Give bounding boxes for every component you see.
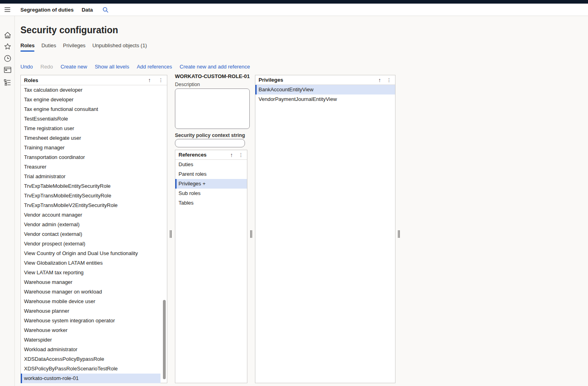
security-policy-label: Security policy context string: [175, 133, 245, 138]
role-list-item[interactable]: Warehouse worker: [21, 326, 161, 335]
sort-ascending-icon[interactable]: ↑: [378, 77, 381, 83]
roles-scrollbar-thumb[interactable]: [163, 300, 166, 379]
role-list-item[interactable]: Vendor prospect (external): [21, 239, 161, 249]
role-list-item[interactable]: View LATAM tax reporting: [21, 268, 161, 277]
references-list: DutiesParent rolesPrivileges +Sub rolesT…: [175, 160, 247, 208]
reference-list-item[interactable]: Duties: [175, 160, 247, 169]
privileges-panel-title: Privileges: [259, 77, 378, 83]
privileges-panel-header: Privileges ↑ ⋮: [255, 75, 395, 85]
roles-panel-header: Roles ↑ ⋮: [21, 75, 167, 85]
role-list-item[interactable]: TestEssentialsRole: [21, 114, 161, 124]
sort-ascending-icon[interactable]: ↑: [148, 77, 151, 83]
more-options-icon[interactable]: ⋮: [159, 77, 163, 83]
reference-list-item[interactable]: Tables: [175, 198, 247, 208]
menu-button[interactable]: [0, 7, 15, 12]
role-list-item[interactable]: Training manager: [21, 143, 161, 153]
role-list-item[interactable]: Vendor contact (external): [21, 229, 161, 239]
role-list-item[interactable]: Vendor admin (external): [21, 220, 161, 229]
action-toolbar: UndoRedoCreate newShow all levelsAdd ref…: [20, 64, 250, 70]
hamburger-icon: [4, 7, 10, 12]
role-list-item[interactable]: Warehouse mobile device user: [21, 297, 161, 306]
toolbar-action[interactable]: Redo: [40, 64, 53, 70]
window-top-strip: [0, 0, 588, 4]
privilege-list-item[interactable]: VendorPaymentJournalEntityView: [255, 94, 395, 104]
role-list-item[interactable]: Warehouse system integration operator: [21, 316, 161, 326]
page-title: Security configuration: [20, 25, 118, 36]
splitter-handle[interactable]: [250, 230, 252, 238]
role-list-item[interactable]: Treasurer: [21, 162, 161, 172]
splitter-handle[interactable]: [170, 230, 172, 238]
privileges-panel: Privileges ↑ ⋮ BankAccountEntityViewVend…: [255, 75, 395, 383]
role-list-item[interactable]: TrvExpTransMobileEntitySecurityRole: [21, 191, 161, 201]
roles-panel: Roles ↑ ⋮ Tax calculation developerTax e…: [20, 75, 167, 383]
splitter-handle[interactable]: [398, 230, 400, 238]
more-options-icon[interactable]: ⋮: [387, 77, 391, 83]
role-list-item[interactable]: Trial administrator: [21, 172, 161, 181]
tab[interactable]: Duties: [41, 42, 56, 52]
role-list-item[interactable]: Tax engine developer: [21, 95, 161, 105]
privileges-list: BankAccountEntityViewVendorPaymentJourna…: [255, 85, 395, 104]
role-list-item[interactable]: XDSDataAccessPolicyBypassRole: [21, 354, 161, 364]
record-title: WORKATO-CUSTOM-ROLE-01: [175, 73, 250, 79]
roles-list: Tax calculation developerTax engine deve…: [21, 85, 167, 383]
role-list-item[interactable]: Warehouse manager on workload: [21, 287, 161, 297]
role-list-item[interactable]: Vendor account manager: [21, 210, 161, 220]
security-configuration-page: Segregation of duties Data: [0, 0, 588, 386]
breadcrumb-section[interactable]: Data: [82, 7, 93, 13]
reference-list-item[interactable]: Sub roles: [175, 189, 247, 198]
role-list-item[interactable]: Timesheet delegate user: [21, 133, 161, 143]
toolbar-action[interactable]: Create new and add reference: [180, 64, 250, 70]
app-header-bar: Segregation of duties Data: [0, 4, 588, 16]
toolbar-action[interactable]: Undo: [20, 64, 33, 70]
nav-recent-button[interactable]: [0, 55, 15, 62]
privilege-list-item[interactable]: BankAccountEntityView: [255, 85, 395, 94]
tab-bar: RolesDutiesPrivilegesUnpublished objects…: [20, 42, 147, 52]
role-list-item[interactable]: workato-custom-role-01: [21, 374, 161, 383]
role-list-item[interactable]: TrvExpTransMobileV2EntitySecurityRole: [21, 201, 161, 210]
roles-panel-title: Roles: [24, 77, 148, 83]
role-list-item[interactable]: Tax engine functional consultant: [21, 105, 161, 114]
nav-home-button[interactable]: [0, 32, 15, 38]
description-label: Description: [175, 82, 200, 87]
workspace-form-icon: [4, 67, 11, 73]
role-list-item[interactable]: Waterspider: [21, 335, 161, 345]
nav-workspaces-button[interactable]: [0, 67, 15, 73]
references-panel-title: References: [179, 152, 230, 158]
role-list-item[interactable]: Warehouse planner: [21, 306, 161, 316]
reference-list-item[interactable]: Privileges +: [175, 179, 247, 189]
role-list-item[interactable]: Time registration user: [21, 124, 161, 133]
security-policy-input[interactable]: [175, 139, 245, 147]
search-button[interactable]: [102, 7, 108, 13]
breadcrumb: Segregation of duties Data: [20, 7, 108, 13]
role-list-item[interactable]: View Country of Origin and Dual Use func…: [21, 249, 161, 258]
toolbar-action[interactable]: Create new: [60, 64, 87, 70]
toolbar-action[interactable]: Show all levels: [95, 64, 129, 70]
role-list-item[interactable]: XDSPolicyByPassRoleScenarioTestRole: [21, 364, 161, 374]
clock-icon: [4, 55, 11, 62]
sort-ascending-icon[interactable]: ↑: [230, 152, 233, 158]
references-panel: References ↑ ⋮ DutiesParent rolesPrivile…: [175, 150, 247, 383]
hierarchy-list-icon: [4, 79, 11, 86]
role-list-item[interactable]: Tax calculation developer: [21, 85, 161, 95]
nav-sidebar: [0, 16, 15, 386]
reference-list-item[interactable]: Parent roles: [175, 169, 247, 179]
description-textarea[interactable]: [175, 88, 250, 129]
toolbar-action[interactable]: Add references: [137, 64, 172, 70]
role-list-item[interactable]: View Globalization LATAM entities: [21, 258, 161, 268]
search-icon: [102, 7, 108, 13]
role-list-item[interactable]: Warehouse manager: [21, 277, 161, 287]
references-panel-header: References ↑ ⋮: [175, 150, 247, 160]
more-options-icon[interactable]: ⋮: [239, 152, 243, 158]
role-list-item[interactable]: TrvExpTableMobileEntitySecurityRole: [21, 181, 161, 191]
tab[interactable]: Privileges: [63, 42, 85, 52]
role-list-item[interactable]: Transportation coordinator: [21, 153, 161, 162]
star-icon: [4, 43, 11, 50]
home-icon: [4, 32, 11, 38]
tab[interactable]: Roles: [20, 42, 34, 52]
tab[interactable]: Unpublished objects (1): [92, 42, 147, 52]
nav-favorites-button[interactable]: [0, 43, 15, 50]
role-list-item[interactable]: Workload administrator: [21, 345, 161, 354]
breadcrumb-module[interactable]: Segregation of duties: [20, 7, 74, 13]
nav-modules-button[interactable]: [0, 79, 15, 86]
